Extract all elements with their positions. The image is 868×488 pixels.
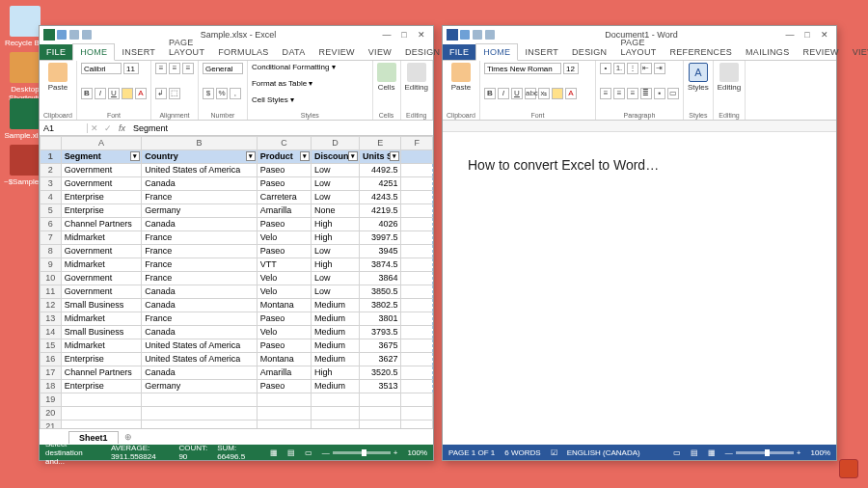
strike-button[interactable]: abc <box>525 88 536 99</box>
table-row[interactable]: 8GovernmentFrancePaseoLow3945 <box>41 245 433 258</box>
cells-button[interactable]: Cells <box>377 63 396 92</box>
conditional-formatting-button[interactable]: Conditional Formatting ▾ <box>252 63 368 71</box>
qat-undo-icon[interactable] <box>473 30 482 40</box>
currency-icon[interactable]: $ <box>203 88 214 99</box>
font-size-select[interactable]: 12 <box>563 63 579 74</box>
view-read-icon[interactable]: ▭ <box>673 448 681 457</box>
table-row[interactable]: 5EnterpriseGermanyAmarillaNone4219.5 <box>41 204 433 218</box>
col-header[interactable]: A <box>61 137 142 150</box>
row-header[interactable]: 19 <box>41 393 62 407</box>
filter-dropdown-icon[interactable]: ▾ <box>130 151 140 161</box>
spreadsheet-grid[interactable]: ABCDEF1Segment▾Country▾Product▾Discount▾… <box>40 136 433 428</box>
tab-file[interactable]: FILE <box>443 44 475 60</box>
font-name-select[interactable]: Calibri <box>81 63 122 74</box>
row-header[interactable]: 21 <box>41 420 62 429</box>
confirm-icon[interactable]: ✓ <box>101 123 115 133</box>
bullets-icon[interactable]: • <box>600 63 611 74</box>
col-header[interactable]: C <box>257 137 311 150</box>
font-size-select[interactable]: 11 <box>123 63 139 74</box>
tab-design[interactable]: DESIGN <box>565 44 613 60</box>
document-body[interactable]: How to convert Excel to Word… <box>443 132 836 445</box>
align-right-icon[interactable]: ≡ <box>627 88 638 99</box>
indent-dec-icon[interactable]: ⇤ <box>640 63 652 74</box>
tab-review[interactable]: REVIEW <box>796 44 845 60</box>
zoom-level[interactable]: 100% <box>811 448 830 457</box>
col-header[interactable]: B <box>142 137 257 150</box>
italic-button[interactable]: I <box>498 88 509 99</box>
paste-button[interactable]: Paste <box>43 63 72 92</box>
tab-formulas[interactable]: FORMULAS <box>211 44 275 60</box>
tab-file[interactable]: FILE <box>40 44 72 60</box>
tab-mailings[interactable]: MAILINGS <box>739 44 796 60</box>
close-button[interactable]: ✕ <box>414 29 429 41</box>
maximize-button[interactable]: □ <box>396 29 412 41</box>
view-pagelayout-icon[interactable]: ▤ <box>287 448 295 457</box>
table-row[interactable]: 6Channel PartnersCanadaPaseoHigh4026 <box>41 218 433 231</box>
tab-home[interactable]: HOME <box>72 43 115 61</box>
tab-review[interactable]: REVIEW <box>312 44 361 60</box>
formula-input[interactable]: Segment <box>129 123 433 133</box>
table-row[interactable]: 18EnterpriseGermanyPaseoMedium3513 <box>41 380 433 393</box>
maximize-button[interactable]: □ <box>800 29 815 41</box>
col-header[interactable]: E <box>360 137 401 150</box>
editing-button[interactable]: Editing <box>718 63 741 92</box>
tab-view[interactable]: VIEW <box>846 44 868 60</box>
indent-inc-icon[interactable]: ⇥ <box>654 63 665 74</box>
subscript-icon[interactable]: x₂ <box>538 88 550 99</box>
styles-button[interactable]: AStyles <box>688 63 709 92</box>
minimize-button[interactable]: — <box>379 29 394 41</box>
col-header[interactable]: F <box>401 137 433 150</box>
filter-dropdown-icon[interactable]: ▾ <box>300 151 310 161</box>
table-row[interactable]: 7MidmarketFranceVeloHigh3997.5 <box>41 231 433 245</box>
font-color-button[interactable]: A <box>565 88 577 99</box>
table-row[interactable]: 9MidmarketFranceVTTHigh3874.5 <box>41 258 433 272</box>
fill-color-button[interactable] <box>122 88 133 99</box>
filter-dropdown-icon[interactable]: ▾ <box>348 151 358 161</box>
tab-data[interactable]: DATA <box>276 44 312 60</box>
table-row[interactable]: 11GovernmentCanadaVeloLow3850.5 <box>41 285 433 299</box>
row-header[interactable]: 20 <box>41 407 62 420</box>
table-row[interactable]: 15MidmarketUnited States of AmericaPaseo… <box>41 339 433 353</box>
italic-button[interactable]: I <box>95 88 106 99</box>
multilevel-icon[interactable]: ⋮ <box>627 63 638 74</box>
number-format-select[interactable]: General <box>203 63 243 74</box>
align-center-icon[interactable]: ≡ <box>169 63 180 74</box>
table-row[interactable]: 12Small BusinessCanadaMontanaMedium3802.… <box>41 299 433 312</box>
cancel-icon[interactable]: ✕ <box>88 123 101 133</box>
qat-redo-icon[interactable] <box>485 30 495 40</box>
tray-icon[interactable] <box>839 459 858 478</box>
bold-button[interactable]: B <box>81 88 93 99</box>
tab-page-layout[interactable]: PAGE LAYOUT <box>613 35 663 60</box>
view-pagebreak-icon[interactable]: ▭ <box>305 448 312 457</box>
tab-insert[interactable]: INSERT <box>518 44 565 60</box>
tab-page-layout[interactable]: PAGE LAYOUT <box>162 35 211 60</box>
merge-cells-icon[interactable]: ⬚ <box>169 88 180 99</box>
table-row[interactable]: 16EnterpriseUnited States of AmericaMont… <box>41 353 433 366</box>
col-header[interactable]: D <box>312 137 360 150</box>
tab-view[interactable]: VIEW <box>362 44 398 60</box>
percent-icon[interactable]: % <box>216 88 228 99</box>
align-left-icon[interactable]: ≡ <box>600 88 611 99</box>
bold-button[interactable]: B <box>484 88 496 99</box>
wrap-text-icon[interactable]: ↲ <box>155 88 167 99</box>
row-header[interactable]: 1 <box>41 150 62 164</box>
tab-insert[interactable]: INSERT <box>115 44 162 60</box>
comma-icon[interactable]: , <box>230 88 241 99</box>
zoom-level[interactable]: 100% <box>408 448 427 457</box>
table-row[interactable]: 14Small BusinessCanadaVeloMedium3793.5 <box>41 326 433 339</box>
close-button[interactable]: ✕ <box>817 29 832 41</box>
new-sheet-button[interactable]: ⊕ <box>124 432 132 442</box>
underline-button[interactable]: U <box>511 88 523 99</box>
underline-button[interactable]: U <box>108 88 120 99</box>
status-page[interactable]: PAGE 1 OF 1 <box>448 448 495 457</box>
qat-redo-icon[interactable] <box>82 30 92 40</box>
table-row[interactable]: 17Channel PartnersCanadaAmarillaHigh3520… <box>41 366 433 380</box>
ruler[interactable] <box>443 121 836 132</box>
qat-save-icon[interactable] <box>57 30 67 40</box>
view-web-icon[interactable]: ▦ <box>708 448 716 457</box>
status-words[interactable]: 6 WORDS <box>504 448 540 457</box>
tab-home[interactable]: HOME <box>475 43 518 61</box>
name-box[interactable]: A1 <box>40 123 88 133</box>
borders-icon[interactable]: ▭ <box>667 88 679 99</box>
align-left-icon[interactable]: ≡ <box>155 63 167 74</box>
